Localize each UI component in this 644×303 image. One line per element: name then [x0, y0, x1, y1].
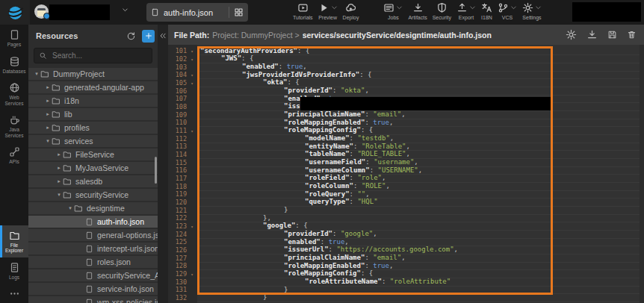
- code-line-121[interactable]: 121}: [168, 206, 644, 214]
- tree-item-i18n[interactable]: ▸i18n: [28, 95, 158, 107]
- rail-item-java-services[interactable]: Java Services: [0, 110, 28, 142]
- arrow-down-icon[interactable]: ▾: [55, 192, 63, 198]
- editor-delete-trash-icon[interactable]: [627, 30, 637, 40]
- code-line-101[interactable]: 101▾"secondaryAuthProviders": {: [168, 47, 644, 55]
- rail-item-file-explorer[interactable]: File Explorer: [0, 225, 28, 257]
- fold-marker-icon[interactable]: ▾: [187, 57, 197, 62]
- code-line-131[interactable]: 131}: [168, 286, 644, 294]
- add-resource-button[interactable]: [142, 30, 155, 43]
- rail-item-web-services[interactable]: Web Services: [0, 78, 28, 110]
- arrow-down-icon[interactable]: ▾: [66, 205, 74, 211]
- tree-item-fileservice[interactable]: ▸FileService: [28, 149, 158, 160]
- topbar-action-artifacts[interactable]: Artifacts: [408, 1, 427, 20]
- topbar-action-vcs[interactable]: VCS: [498, 1, 517, 20]
- topbar-action-deploy[interactable]: Deploy: [343, 1, 359, 20]
- tree-item-myjavaservice[interactable]: ▸MyJavaService: [28, 162, 158, 174]
- editor-download-icon[interactable]: [586, 29, 598, 40]
- project-avatar[interactable]: [34, 4, 49, 19]
- code-area[interactable]: 101▾"secondaryAuthProviders": {102▾"JWS"…: [168, 45, 644, 303]
- code-line-111[interactable]: 111▾"roleMappingConfig": {: [168, 127, 644, 135]
- collapse-panel-icon[interactable]: [158, 31, 167, 40]
- tree-item-designtime[interactable]: ▾designtime: [28, 202, 158, 214]
- code-line-116[interactable]: 116"usernameColumn": "USERNAME",: [168, 166, 644, 175]
- open-file-tab[interactable]: auth-info.json: [146, 3, 248, 22]
- code-line-132[interactable]: 132}: [168, 294, 644, 302]
- topbar-action-export[interactable]: Export: [456, 1, 476, 20]
- tree-item-generated-angular-app[interactable]: ▸generated-angular-app: [28, 81, 158, 93]
- code-line-127[interactable]: 127"principalClaimName": "email",: [168, 254, 644, 262]
- code-line-126[interactable]: 126"issuerUrl": "https://accounts.google…: [168, 246, 644, 254]
- topbar-action-jobs[interactable]: Jobs: [383, 1, 403, 20]
- project-chevron-down-icon[interactable]: [122, 7, 129, 13]
- code-line-118[interactable]: 118"roleColumn": "ROLE",: [168, 182, 644, 190]
- code-line-113[interactable]: 113"entityName": "RoleTable",: [168, 143, 644, 151]
- tree-item-profiles[interactable]: ▸profiles: [28, 122, 158, 134]
- code-line-110[interactable]: 110"roleMappingEnabled": true,: [168, 119, 644, 127]
- topbar-action-tutorials[interactable]: Tutorials: [293, 1, 313, 20]
- arrow-right-icon[interactable]: ▸: [55, 165, 63, 171]
- code-line-122[interactable]: 122},: [168, 214, 644, 222]
- editor-save-icon[interactable]: [607, 30, 617, 40]
- tree-item-securityservice[interactable]: ▾securityService: [28, 189, 158, 201]
- code-line-112[interactable]: 112"modelName": "testdb",: [168, 134, 644, 143]
- topbar-action-security[interactable]: Security: [433, 1, 451, 20]
- fold-marker-icon[interactable]: ▾: [187, 72, 197, 78]
- arrow-right-icon[interactable]: ▸: [44, 84, 52, 90]
- tree-item-salesdb[interactable]: ▸salesdb: [28, 175, 158, 187]
- code-line-128[interactable]: 128"roleMappingEnabled": true,: [168, 262, 644, 270]
- app-logo[interactable]: [0, 0, 30, 25]
- tree-item-wm-xss-policies-json[interactable]: wm-xss-policies.json: [28, 296, 158, 303]
- rail-item-databases[interactable]: Databases: [0, 51, 28, 78]
- resources-search[interactable]: [34, 48, 152, 63]
- tree-scrollbar[interactable]: [155, 157, 157, 184]
- rail-item-item[interactable]: [0, 284, 28, 303]
- code-line-105[interactable]: 105▾"okta": {: [168, 79, 644, 87]
- rail-item-logs[interactable]: Logs: [0, 257, 28, 284]
- arrow-right-icon[interactable]: ▸: [44, 111, 52, 117]
- code-line-109[interactable]: 109"principalClaimName": "email",: [168, 110, 644, 119]
- code-line-125[interactable]: 125"enabled": true,: [168, 238, 644, 246]
- arrow-down-icon[interactable]: ▾: [33, 71, 40, 77]
- tree-item-securityservice-api-json[interactable]: securityService_API.json: [28, 269, 158, 281]
- editor-scrollbar[interactable]: [640, 45, 644, 303]
- tree-item-roles-json[interactable]: roles.json: [28, 256, 158, 268]
- fold-marker-icon[interactable]: ▾: [187, 81, 197, 86]
- search-input[interactable]: [51, 51, 147, 60]
- tree-item-service-info-json[interactable]: service-info.json: [28, 283, 158, 295]
- code-line-120[interactable]: 120"queryType": "HQL": [168, 199, 644, 207]
- fold-marker-icon[interactable]: ▾: [187, 128, 197, 134]
- arrow-down-icon[interactable]: ▾: [44, 138, 52, 144]
- refresh-icon[interactable]: [126, 31, 136, 41]
- code-line-114[interactable]: 114"tableName": "ROLE_TABLE",: [168, 151, 644, 159]
- code-line-119[interactable]: 119"roleQuery": "",: [168, 190, 644, 199]
- code-line-117[interactable]: 117"roleField": "role",: [168, 175, 644, 183]
- code-line-129[interactable]: 129▾"roleMappingConfig": {: [168, 270, 644, 278]
- fold-marker-icon[interactable]: ▾: [187, 224, 197, 229]
- code-line-104[interactable]: 104▾"jwsProviderIdVsProviderInfo": {: [168, 71, 644, 79]
- code-line-115[interactable]: 115"usernameField": "username",: [168, 158, 644, 166]
- rail-item-pages[interactable]: Pages: [0, 25, 28, 51]
- fold-marker-icon[interactable]: ▾: [187, 272, 197, 277]
- arrow-right-icon[interactable]: ▸: [55, 152, 63, 157]
- code-line-106[interactable]: 106"providerId": "okta",: [168, 87, 644, 95]
- tree-item-services[interactable]: ▾services: [28, 135, 158, 147]
- rail-item-apis[interactable]: APIs: [0, 142, 28, 169]
- topbar-action-i18n[interactable]: I18N: [481, 1, 492, 20]
- grid-icon[interactable]: [234, 7, 244, 17]
- code-line-103[interactable]: 103"enabled": true,: [168, 63, 644, 71]
- code-line-124[interactable]: 124"providerId": "google",: [168, 230, 644, 238]
- editor-settings-gear-icon[interactable]: [566, 29, 577, 40]
- arrow-right-icon[interactable]: ▸: [55, 178, 63, 184]
- fold-marker-icon[interactable]: ▾: [187, 49, 197, 54]
- code-line-130[interactable]: 130"roleAttributeName": "roleAttribute": [168, 278, 644, 286]
- topbar-action-preview[interactable]: Preview: [318, 1, 338, 20]
- tree-item-general-options-json[interactable]: general-options.json: [28, 229, 158, 241]
- tree-item-dummyproject[interactable]: ▾DummyProject: [28, 68, 158, 80]
- tree-item-auth-info-json[interactable]: auth-info.json: [28, 216, 158, 228]
- tree-item-intercept-urls-json[interactable]: intercept-urls.json: [28, 243, 158, 254]
- topbar-action-settings[interactable]: Settings: [522, 1, 542, 20]
- arrow-right-icon[interactable]: ▸: [44, 125, 52, 131]
- tree-item-lib[interactable]: ▸lib: [28, 108, 158, 120]
- code-line-102[interactable]: 102▾"JWS": {: [168, 55, 644, 63]
- arrow-right-icon[interactable]: ▸: [44, 98, 52, 104]
